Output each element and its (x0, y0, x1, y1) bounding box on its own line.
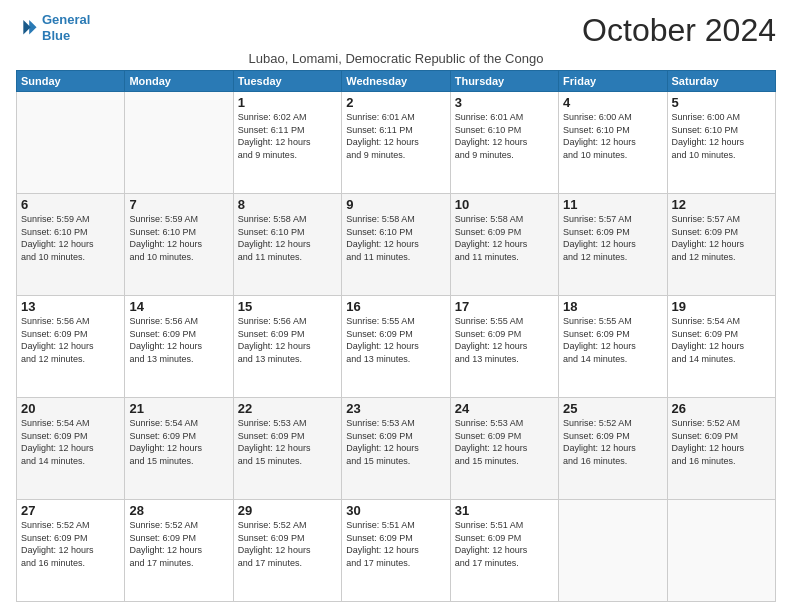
table-row: 20Sunrise: 5:54 AM Sunset: 6:09 PM Dayli… (17, 398, 125, 500)
day-number: 25 (563, 401, 662, 416)
day-info: Sunrise: 5:52 AM Sunset: 6:09 PM Dayligh… (672, 417, 771, 467)
day-info: Sunrise: 5:51 AM Sunset: 6:09 PM Dayligh… (346, 519, 445, 569)
table-row: 8Sunrise: 5:58 AM Sunset: 6:10 PM Daylig… (233, 194, 341, 296)
logo-line2: Blue (42, 28, 70, 43)
day-info: Sunrise: 5:52 AM Sunset: 6:09 PM Dayligh… (129, 519, 228, 569)
day-number: 17 (455, 299, 554, 314)
day-number: 1 (238, 95, 337, 110)
day-info: Sunrise: 6:01 AM Sunset: 6:11 PM Dayligh… (346, 111, 445, 161)
logo-icon (16, 17, 38, 39)
day-info: Sunrise: 5:56 AM Sunset: 6:09 PM Dayligh… (129, 315, 228, 365)
day-info: Sunrise: 5:53 AM Sunset: 6:09 PM Dayligh… (346, 417, 445, 467)
day-info: Sunrise: 5:54 AM Sunset: 6:09 PM Dayligh… (129, 417, 228, 467)
table-row: 24Sunrise: 5:53 AM Sunset: 6:09 PM Dayli… (450, 398, 558, 500)
table-row: 11Sunrise: 5:57 AM Sunset: 6:09 PM Dayli… (559, 194, 667, 296)
day-number: 3 (455, 95, 554, 110)
table-row: 4Sunrise: 6:00 AM Sunset: 6:10 PM Daylig… (559, 92, 667, 194)
day-info: Sunrise: 5:58 AM Sunset: 6:10 PM Dayligh… (346, 213, 445, 263)
day-info: Sunrise: 5:56 AM Sunset: 6:09 PM Dayligh… (238, 315, 337, 365)
day-info: Sunrise: 5:59 AM Sunset: 6:10 PM Dayligh… (21, 213, 120, 263)
day-info: Sunrise: 5:55 AM Sunset: 6:09 PM Dayligh… (563, 315, 662, 365)
month-title: October 2024 (582, 12, 776, 49)
day-info: Sunrise: 5:54 AM Sunset: 6:09 PM Dayligh… (21, 417, 120, 467)
day-info: Sunrise: 6:00 AM Sunset: 6:10 PM Dayligh… (672, 111, 771, 161)
table-row: 6Sunrise: 5:59 AM Sunset: 6:10 PM Daylig… (17, 194, 125, 296)
table-row: 29Sunrise: 5:52 AM Sunset: 6:09 PM Dayli… (233, 500, 341, 602)
day-info: Sunrise: 5:58 AM Sunset: 6:09 PM Dayligh… (455, 213, 554, 263)
day-number: 11 (563, 197, 662, 212)
calendar-table: Sunday Monday Tuesday Wednesday Thursday… (16, 70, 776, 602)
table-row: 15Sunrise: 5:56 AM Sunset: 6:09 PM Dayli… (233, 296, 341, 398)
location-title: Lubao, Lomami, Democratic Republic of th… (16, 51, 776, 66)
day-number: 18 (563, 299, 662, 314)
table-row: 27Sunrise: 5:52 AM Sunset: 6:09 PM Dayli… (17, 500, 125, 602)
calendar-week-row: 13Sunrise: 5:56 AM Sunset: 6:09 PM Dayli… (17, 296, 776, 398)
day-info: Sunrise: 5:58 AM Sunset: 6:10 PM Dayligh… (238, 213, 337, 263)
day-number: 20 (21, 401, 120, 416)
table-row: 26Sunrise: 5:52 AM Sunset: 6:09 PM Dayli… (667, 398, 775, 500)
day-info: Sunrise: 5:51 AM Sunset: 6:09 PM Dayligh… (455, 519, 554, 569)
day-info: Sunrise: 5:52 AM Sunset: 6:09 PM Dayligh… (238, 519, 337, 569)
logo-line1: General (42, 12, 90, 27)
calendar-week-row: 1Sunrise: 6:02 AM Sunset: 6:11 PM Daylig… (17, 92, 776, 194)
calendar-week-row: 6Sunrise: 5:59 AM Sunset: 6:10 PM Daylig… (17, 194, 776, 296)
day-number: 27 (21, 503, 120, 518)
day-info: Sunrise: 5:57 AM Sunset: 6:09 PM Dayligh… (672, 213, 771, 263)
table-row: 1Sunrise: 6:02 AM Sunset: 6:11 PM Daylig… (233, 92, 341, 194)
day-number: 28 (129, 503, 228, 518)
table-row: 23Sunrise: 5:53 AM Sunset: 6:09 PM Dayli… (342, 398, 450, 500)
table-row: 25Sunrise: 5:52 AM Sunset: 6:09 PM Dayli… (559, 398, 667, 500)
logo-text: General Blue (42, 12, 90, 43)
table-row: 31Sunrise: 5:51 AM Sunset: 6:09 PM Dayli… (450, 500, 558, 602)
day-info: Sunrise: 5:54 AM Sunset: 6:09 PM Dayligh… (672, 315, 771, 365)
day-number: 14 (129, 299, 228, 314)
table-row: 9Sunrise: 5:58 AM Sunset: 6:10 PM Daylig… (342, 194, 450, 296)
table-row: 3Sunrise: 6:01 AM Sunset: 6:10 PM Daylig… (450, 92, 558, 194)
day-number: 21 (129, 401, 228, 416)
table-row (559, 500, 667, 602)
table-row: 30Sunrise: 5:51 AM Sunset: 6:09 PM Dayli… (342, 500, 450, 602)
day-number: 10 (455, 197, 554, 212)
day-info: Sunrise: 5:55 AM Sunset: 6:09 PM Dayligh… (346, 315, 445, 365)
table-row: 12Sunrise: 5:57 AM Sunset: 6:09 PM Dayli… (667, 194, 775, 296)
day-info: Sunrise: 6:02 AM Sunset: 6:11 PM Dayligh… (238, 111, 337, 161)
day-number: 2 (346, 95, 445, 110)
day-info: Sunrise: 5:56 AM Sunset: 6:09 PM Dayligh… (21, 315, 120, 365)
day-info: Sunrise: 5:59 AM Sunset: 6:10 PM Dayligh… (129, 213, 228, 263)
col-thursday: Thursday (450, 71, 558, 92)
table-row: 2Sunrise: 6:01 AM Sunset: 6:11 PM Daylig… (342, 92, 450, 194)
day-number: 19 (672, 299, 771, 314)
table-row: 7Sunrise: 5:59 AM Sunset: 6:10 PM Daylig… (125, 194, 233, 296)
col-friday: Friday (559, 71, 667, 92)
table-row: 28Sunrise: 5:52 AM Sunset: 6:09 PM Dayli… (125, 500, 233, 602)
page: General Blue October 2024 Lubao, Lomami,… (0, 0, 792, 612)
day-info: Sunrise: 5:52 AM Sunset: 6:09 PM Dayligh… (563, 417, 662, 467)
table-row: 14Sunrise: 5:56 AM Sunset: 6:09 PM Dayli… (125, 296, 233, 398)
day-number: 9 (346, 197, 445, 212)
day-number: 4 (563, 95, 662, 110)
table-row: 18Sunrise: 5:55 AM Sunset: 6:09 PM Dayli… (559, 296, 667, 398)
day-number: 30 (346, 503, 445, 518)
col-tuesday: Tuesday (233, 71, 341, 92)
day-number: 5 (672, 95, 771, 110)
table-row (667, 500, 775, 602)
calendar-week-row: 20Sunrise: 5:54 AM Sunset: 6:09 PM Dayli… (17, 398, 776, 500)
day-number: 8 (238, 197, 337, 212)
day-number: 26 (672, 401, 771, 416)
table-row (17, 92, 125, 194)
table-row: 16Sunrise: 5:55 AM Sunset: 6:09 PM Dayli… (342, 296, 450, 398)
day-number: 7 (129, 197, 228, 212)
day-info: Sunrise: 6:01 AM Sunset: 6:10 PM Dayligh… (455, 111, 554, 161)
table-row: 19Sunrise: 5:54 AM Sunset: 6:09 PM Dayli… (667, 296, 775, 398)
day-info: Sunrise: 5:53 AM Sunset: 6:09 PM Dayligh… (455, 417, 554, 467)
day-info: Sunrise: 5:55 AM Sunset: 6:09 PM Dayligh… (455, 315, 554, 365)
table-row: 22Sunrise: 5:53 AM Sunset: 6:09 PM Dayli… (233, 398, 341, 500)
title-section: October 2024 (582, 12, 776, 49)
day-info: Sunrise: 5:57 AM Sunset: 6:09 PM Dayligh… (563, 213, 662, 263)
day-number: 15 (238, 299, 337, 314)
header: General Blue October 2024 (16, 12, 776, 49)
day-info: Sunrise: 5:53 AM Sunset: 6:09 PM Dayligh… (238, 417, 337, 467)
day-number: 16 (346, 299, 445, 314)
day-number: 12 (672, 197, 771, 212)
day-info: Sunrise: 5:52 AM Sunset: 6:09 PM Dayligh… (21, 519, 120, 569)
